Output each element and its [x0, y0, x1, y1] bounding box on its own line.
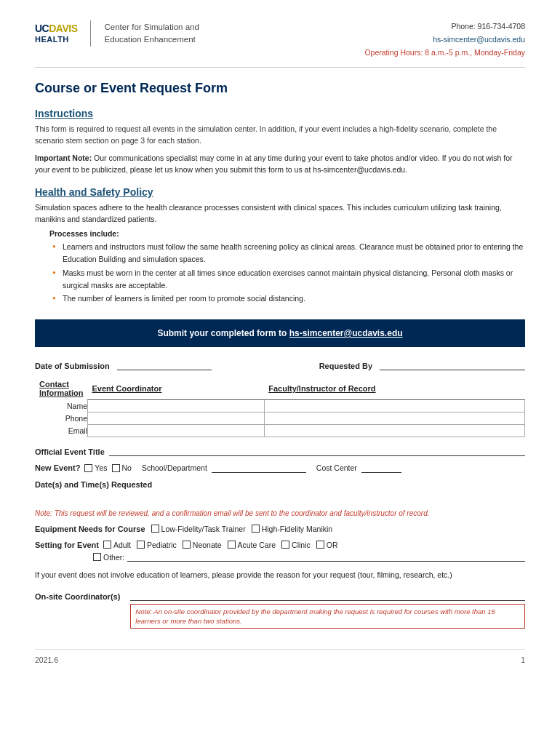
phone-faculty-field[interactable] — [264, 412, 524, 424]
setting-row: Setting for Event Adult Pediatric Neonat… — [35, 541, 525, 549]
submit-banner: Submit your completed form to hs-simcent… — [35, 319, 525, 347]
phone-line: Phone: 916-734-4708 — [364, 20, 525, 33]
clinic-checkbox-item: Clinic — [281, 541, 311, 549]
yes-label: Yes — [95, 463, 107, 472]
onsite-right: Note: An on-site coordinator provided by… — [130, 591, 525, 629]
clinic-label: Clinic — [292, 541, 311, 549]
footer: 2021.6 1 — [35, 649, 525, 664]
high-fidelity-checkbox[interactable] — [252, 525, 260, 533]
faculty-instructor-header: Faculty/Instructor of Record — [264, 378, 524, 399]
high-fidelity-label: High-Fidelity Manikin — [262, 525, 332, 533]
contact-info-header: Contact Information — [35, 378, 88, 399]
date-submission-label: Date of Submission — [35, 362, 110, 370]
pediatric-checkbox[interactable] — [137, 541, 145, 549]
name-event-coordinator-field[interactable] — [88, 399, 265, 412]
logo-uc-text: UCDAVIS — [35, 23, 77, 34]
cost-center-field[interactable] — [361, 463, 401, 473]
header-left: UCDAVIS HEALTH Center for Simulation and… — [35, 20, 199, 47]
neonate-checkbox[interactable] — [183, 541, 191, 549]
phone-event-coordinator-field[interactable] — [88, 412, 265, 424]
no-checkbox[interactable] — [112, 464, 120, 472]
table-row: Name — [35, 399, 525, 412]
table-row: Phone — [35, 412, 525, 424]
dates-times-space — [35, 499, 525, 509]
pediatric-label: Pediatric — [147, 541, 177, 549]
email-faculty-field[interactable] — [264, 424, 524, 437]
submit-banner-text: Submit your completed form to — [157, 328, 289, 338]
adult-checkbox[interactable] — [103, 541, 111, 549]
onsite-row: On-site Coordinator(s) Note: An on-site … — [35, 591, 525, 629]
neonate-checkbox-item: Neonate — [183, 541, 222, 549]
date-submission-field[interactable] — [117, 360, 212, 370]
low-fidelity-checkbox[interactable] — [151, 525, 159, 533]
footer-page: 1 — [521, 656, 525, 664]
acute-care-label: Acute Care — [238, 541, 276, 549]
other-checkbox[interactable] — [93, 553, 101, 561]
name-label: Name — [35, 399, 88, 412]
health-safety-body: Simulation spaces adhere to the health c… — [35, 202, 525, 226]
other-checkbox-item: Other: — [93, 553, 124, 562]
setting-options: Adult Pediatric Neonate Acute Care Clini… — [103, 541, 337, 549]
pediatric-checkbox-item: Pediatric — [137, 541, 177, 549]
table-row: Email — [35, 424, 525, 437]
other-label: Other: — [103, 553, 124, 562]
no-label: No — [122, 463, 132, 472]
acute-care-checkbox[interactable] — [228, 541, 236, 549]
bullet-item-3: The number of learners is limited per ro… — [52, 292, 525, 305]
requested-by-field[interactable] — [380, 360, 525, 370]
acute-care-checkbox-item: Acute Care — [228, 541, 276, 549]
instructions-heading: Instructions — [35, 108, 525, 119]
header: UCDAVIS HEALTH Center for Simulation and… — [35, 20, 525, 68]
requested-by-label: Requested By — [319, 362, 372, 370]
high-fidelity-checkbox-item: High-Fidelity Manikin — [252, 525, 332, 533]
operating-hours: Operating Hours: 8 a.m.-5 p.m., Monday-F… — [364, 47, 525, 60]
footer-version: 2021.6 — [35, 656, 58, 664]
email-event-coordinator-field[interactable] — [88, 424, 265, 437]
clinic-checkbox[interactable] — [281, 541, 289, 549]
email-link[interactable]: hs-simcenter@ucdavis.edu — [433, 35, 525, 44]
important-note-text: Our communications specialist may come i… — [35, 154, 513, 174]
email-label: Email — [35, 424, 88, 437]
low-fidelity-checkbox-item: Low-Fidelity/Task Trainer — [151, 525, 246, 533]
submit-email-link[interactable]: hs-simcenter@ucdavis.edu — [289, 328, 403, 338]
adult-label: Adult — [113, 541, 131, 549]
tour-text: If your event does not involve education… — [35, 569, 525, 581]
logo-uc-davis: UCDAVIS — [35, 23, 77, 34]
yes-checkbox[interactable] — [84, 464, 92, 472]
important-note: Important Note: Our communications speci… — [35, 152, 525, 176]
page: UCDAVIS HEALTH Center for Simulation and… — [0, 0, 560, 745]
onsite-note: Note: An on-site coordinator provided by… — [130, 604, 525, 629]
adult-checkbox-item: Adult — [103, 541, 131, 549]
school-dept-label: School/Department — [142, 463, 207, 472]
new-event-label: New Event? — [35, 463, 80, 472]
bullet-item-2: Masks must be worn in the center at all … — [52, 267, 525, 292]
logo-divider — [90, 20, 91, 47]
processes-include-label: Processes include: — [49, 229, 525, 238]
event-coordinator-header: Event Coordinator — [88, 378, 265, 399]
or-checkbox[interactable] — [316, 541, 324, 549]
event-title-label: Official Event Title — [35, 447, 105, 456]
important-note-bold: Important Note: — [35, 154, 92, 162]
logo-health-text: HEALTH — [35, 35, 77, 44]
onsite-field[interactable] — [130, 591, 525, 601]
instructions-body: This form is required to request all eve… — [35, 123, 525, 147]
neonate-label: Neonate — [193, 541, 222, 549]
bullet-list: Learners and instructors must follow the… — [52, 241, 525, 305]
event-title-field[interactable] — [109, 446, 525, 456]
contact-table: Contact Information Event Coordinator Fa… — [35, 378, 525, 437]
setting-label: Setting for Event — [35, 541, 99, 549]
phone-label: Phone — [35, 412, 88, 424]
bullet-item-1: Learners and instructors must follow the… — [52, 241, 525, 266]
no-checkbox-item: No — [112, 463, 132, 472]
name-faculty-field[interactable] — [264, 399, 524, 412]
yes-checkbox-item: Yes — [84, 463, 107, 472]
other-field[interactable] — [127, 552, 525, 562]
or-checkbox-item: OR — [316, 541, 338, 549]
school-dept-field[interactable] — [212, 463, 306, 473]
logo-block: UCDAVIS HEALTH — [35, 23, 77, 43]
cost-center-label: Cost Center — [316, 463, 357, 472]
onsite-label: On-site Coordinator(s) — [35, 591, 120, 601]
other-row: Other: — [93, 552, 525, 562]
low-fidelity-label: Low-Fidelity/Task Trainer — [161, 525, 246, 533]
health-safety-section: Health and Safety Policy Simulation spac… — [35, 186, 525, 306]
